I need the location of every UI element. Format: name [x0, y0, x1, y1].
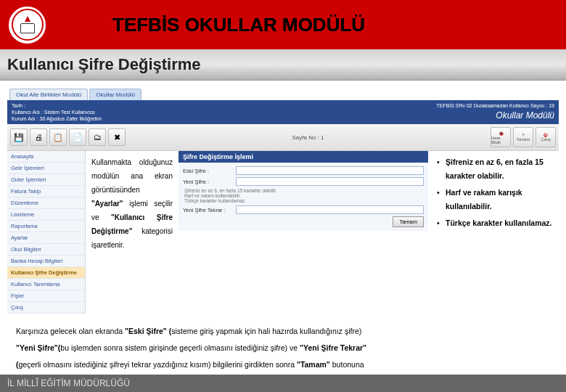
sidebar-item-bank[interactable]: Banka Hesap Bilgileri	[7, 256, 85, 267]
instruction-text-left: Kullanmakta olduğunuz modülün ana ekran …	[86, 151, 179, 314]
bullet-notes: Şifreniz en az 6, en fazla 15 karakter o…	[428, 151, 559, 314]
slide-subtitle: Kullanıcı Şifre Değiştirme	[0, 49, 566, 81]
bullet-1: Şifreniz en az 6, en fazla 15 karakter o…	[437, 155, 553, 183]
new-pass-input[interactable]	[236, 177, 424, 186]
footer: İL MİLLÎ EĞİTİM MÜDÜRLÜĞÜ	[0, 375, 566, 392]
book-icon	[20, 23, 35, 33]
bullet-3: Türkçe karakter kullanılamaz.	[437, 216, 553, 230]
sidebar-item-exit[interactable]: Çıkış	[7, 302, 85, 314]
tab-oab[interactable]: Okul Aile Birlikleri Modülü	[9, 89, 88, 100]
sidebar-item-home[interactable]: Anasayfa	[7, 151, 85, 163]
tab-okullar[interactable]: Okullar Modülü	[89, 89, 142, 100]
meb-logo	[7, 5, 47, 45]
module-banner: Okullar Modülü	[436, 110, 554, 122]
toolbar-help-button[interactable]: ?Yardım	[513, 127, 533, 147]
info-user-label: Kullanıcı Adı	[12, 110, 40, 115]
form-title: Şifre Değiştirme İşlemi	[179, 151, 428, 163]
info-session: TEFBİS SRv 02 Duraksamadan Kullanıcı Say…	[436, 102, 554, 109]
rep-pass-input[interactable]	[236, 205, 424, 214]
slide-header: TEFBİS OKULLAR MODÜLÜ	[0, 0, 566, 49]
submit-button[interactable]: Tamam	[393, 216, 424, 227]
content-area: Okul Aile Birlikleri Modülü Okullar Modü…	[0, 81, 566, 392]
sidebar-item-expense[interactable]: Gider İşlemleri	[7, 174, 85, 186]
form-hint-2: Harf ve rakam kullanılabilir.	[184, 193, 424, 198]
torch-icon	[25, 16, 30, 22]
sidebar-item-settings[interactable]: Ayarlar	[7, 232, 85, 244]
sidebar: Anasayfa Gelir İşlemleri Gider İşlemleri…	[7, 151, 86, 314]
password-form: Şifre Değiştirme İşlemi Eski Şifre : Yen…	[179, 151, 428, 314]
rep-pass-label: Yeni Şifre Tekrar :	[183, 207, 234, 213]
page-indicator: Sayfa No : 1	[292, 134, 324, 141]
new-pass-label: Yeni Şifre :	[183, 179, 234, 185]
slide-title: TEFBİS OKULLAR MODÜLÜ	[112, 14, 365, 36]
sidebar-item-list[interactable]: Listeleme	[7, 209, 85, 221]
toolbar-cards-icon[interactable]: 🗂	[89, 128, 106, 146]
sidebar-item-userdef[interactable]: Kullanıcı Tanımlama	[7, 279, 85, 290]
tab-bar: Okul Aile Birlikleri Modülü Okullar Modü…	[7, 86, 559, 100]
toolbar: 💾 🖨 📋 📄 🗂 ✖ Sayfa No : 1 🐞Hata Bildir ?Y…	[7, 124, 559, 151]
sidebar-item-receipts[interactable]: Fişler	[7, 290, 85, 302]
info-strip: Tarih : Kullanıcı Adı : Sistem Test Kull…	[7, 100, 559, 124]
old-pass-input[interactable]	[236, 166, 424, 175]
toolbar-bug-button[interactable]: 🐞Hata Bildir	[491, 127, 511, 147]
info-org-value: 30 Ağustos Zafer İlköğretim	[40, 116, 102, 121]
bullet-2: Harf ve rakam karışık kullanılabilir.	[437, 186, 553, 213]
sidebar-item-school[interactable]: Okul Bilgileri	[7, 244, 85, 256]
toolbar-print-icon[interactable]: 🖨	[30, 128, 47, 146]
toolbar-doc-icon[interactable]: 📄	[69, 128, 86, 146]
sidebar-item-income[interactable]: Gelir İşlemleri	[7, 163, 85, 174]
sidebar-item-report[interactable]: Raporlama	[7, 221, 85, 232]
toolbar-copy-icon[interactable]: 📋	[49, 128, 67, 146]
body-row: Anasayfa Gelir İşlemleri Gider İşlemleri…	[7, 151, 559, 314]
sidebar-item-password[interactable]: Kullanıcı Şifre Değiştirme	[7, 267, 85, 279]
toolbar-delete-icon[interactable]: ✖	[108, 128, 126, 146]
old-pass-label: Eski Şifre :	[183, 168, 234, 174]
info-user-value: Sistem Test Kullanıcısı	[44, 110, 95, 115]
sidebar-item-edit[interactable]: Düzenleme	[7, 197, 85, 209]
info-org-label: Kurum Adı	[12, 116, 36, 121]
toolbar-exit-button[interactable]: ⏻Çıkış	[536, 127, 556, 147]
app-screenshot: Okul Aile Birlikleri Modülü Okullar Modü…	[7, 86, 559, 314]
form-hint-3: Türkçe karakter kullanılamaz.	[184, 198, 424, 203]
form-hint-1: Şifreniz en az 6, en fazla 15 karakter o…	[184, 188, 424, 193]
toolbar-save-icon[interactable]: 💾	[10, 128, 28, 146]
sidebar-item-invoice[interactable]: Fatura Takip	[7, 186, 85, 197]
info-date-label: Tarih	[12, 103, 22, 108]
